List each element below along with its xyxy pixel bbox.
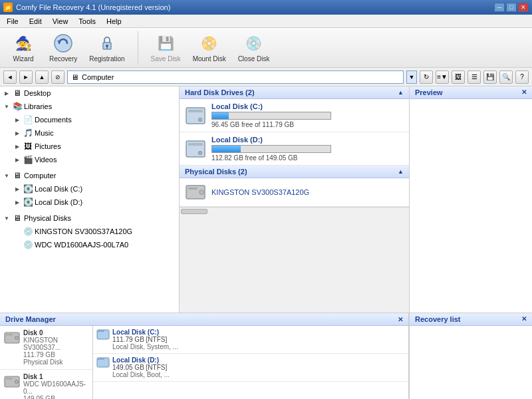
registration-button[interactable]: Registration	[86, 30, 127, 65]
recovery-list-close-btn[interactable]: ✕	[521, 315, 527, 323]
preview-header: Preview ✕	[410, 86, 532, 99]
physical-collapse-btn[interactable]: ▲	[398, 168, 404, 175]
center-hscrollbar[interactable]	[180, 207, 409, 215]
menu-edit[interactable]: Edit	[24, 16, 47, 27]
tree-local-c[interactable]: ▶ 💽 Local Disk (C:)	[0, 182, 179, 196]
recovery-list-header: Recovery list ✕	[410, 313, 532, 326]
registration-label: Registration	[89, 55, 124, 63]
help-icon[interactable]: ?	[515, 70, 529, 84]
arrow-desktop: ▶	[3, 89, 11, 97]
recovery-button[interactable]: Recovery	[47, 30, 80, 65]
partition-d[interactable]: Local Disk (D:) 149.05 GB [NTFS] Local D…	[93, 354, 408, 382]
physical-icon: 🖥	[12, 213, 23, 223]
preview-content	[410, 99, 532, 313]
hdd-section-title: Hard Disk Drives (2)	[185, 88, 255, 96]
tree-kingston[interactable]: 💿 KINGSTON SV300S37A120G	[0, 225, 179, 238]
pictures-label: Pictures	[35, 142, 61, 150]
search-icon[interactable]: 🔍	[499, 70, 513, 84]
address-bar[interactable]: 🖥 Computer	[67, 70, 404, 84]
svg-rect-14	[188, 188, 198, 190]
preview-panel: Preview ✕	[409, 86, 532, 313]
tree-computer[interactable]: ▼ 🖥 Computer	[0, 169, 179, 182]
menu-view[interactable]: View	[47, 16, 74, 27]
list-icon[interactable]: ☰	[467, 70, 481, 84]
address-dropdown[interactable]: ▼	[406, 70, 417, 84]
save-icon[interactable]: 💾	[483, 70, 497, 84]
disk-1-model: WDC WD1600AAJS-0...	[23, 380, 88, 395]
music-icon: 🎵	[23, 128, 33, 138]
tree-documents[interactable]: ▶ 📄 Documents	[0, 113, 179, 126]
arrow-music: ▶	[13, 129, 21, 137]
svg-point-3	[106, 45, 108, 47]
tree-videos[interactable]: ▶ 🎬 Videos	[0, 153, 179, 166]
partition-d-details: 149.05 GB [NTFS]	[112, 364, 170, 371]
tree-music[interactable]: ▶ 🎵 Music	[0, 126, 179, 140]
tree-libraries[interactable]: ▼ 📚 Libraries	[0, 100, 179, 113]
hdd-collapse-btn[interactable]: ▲	[398, 89, 404, 96]
disk-d-bar-container	[211, 145, 331, 153]
wdc-icon: 💿	[23, 239, 33, 250]
kingston-name[interactable]: KINGSTON SV300S37A120G	[211, 188, 404, 196]
libraries-icon: 📚	[12, 101, 23, 112]
wdc-label: WDC WD1600AAJS-00L7A0	[35, 241, 128, 249]
menu-file[interactable]: File	[1, 16, 24, 27]
disk-0-type: Physical Disk	[23, 358, 88, 366]
mount-disk-button[interactable]: 📀 Mount Disk	[190, 30, 229, 65]
documents-label: Documents	[35, 116, 72, 124]
tree-local-d[interactable]: ▶ 💽 Local Disk (D:)	[0, 196, 179, 209]
nav-up[interactable]: ▲	[35, 70, 49, 84]
disk-c-icon	[185, 105, 206, 126]
disk-c-bar-container	[211, 112, 331, 120]
disk-0-model: KINGSTON SV300S37...	[23, 336, 88, 351]
local-disk-c[interactable]: Local Disk (C:) 96.45 GB free of 111.79 …	[180, 99, 409, 132]
local-disk-d[interactable]: Local Disk (D:) 112.82 GB free of 149.05…	[180, 132, 409, 166]
close-disk-button[interactable]: 💿 Close Disk	[235, 30, 273, 65]
thumbnail-icon[interactable]: 🖼	[452, 70, 465, 84]
refresh-icon[interactable]: ↻	[420, 70, 433, 84]
nav-forward[interactable]: ►	[19, 70, 33, 84]
partition-c-info: Local Disk (C:) 111.79 GB [NTFS] Local D…	[112, 329, 178, 350]
menu-help[interactable]: Help	[101, 16, 127, 27]
tree-wdc[interactable]: 💿 WDC WD1600AAJS-00L7A0	[0, 238, 179, 251]
disk-0-info: Disk 0 KINGSTON SV300S37... 111.79 GB Ph…	[23, 329, 88, 366]
tree-desktop[interactable]: ▶ 🖥 Desktop	[0, 86, 179, 100]
partition-d-info: Local Disk (D:) 149.05 GB [NTFS] Local D…	[112, 356, 170, 378]
arrow-wdc	[13, 241, 21, 249]
kingston-disk-item[interactable]: KINGSTON SV300S37A120G	[180, 178, 409, 207]
disk-0[interactable]: Disk 0 KINGSTON SV300S37... 111.79 GB Ph…	[0, 326, 92, 370]
center-area: Hard Disk Drives (2) ▲ Local Disk (C:) 9…	[180, 86, 409, 313]
view-options-icon[interactable]: ≡▼	[436, 70, 449, 84]
save-disk-label: Save Disk	[151, 55, 181, 63]
arrow-documents: ▶	[13, 116, 21, 124]
tree-pictures[interactable]: ▶ 🖼 Pictures	[0, 140, 179, 153]
partition-d-name: Local Disk (D:)	[112, 356, 170, 364]
close-button[interactable]: ✕	[518, 3, 529, 12]
kingston-disk-icon	[185, 182, 206, 203]
minimize-button[interactable]: ─	[494, 3, 505, 12]
close-disk-label: Close Disk	[238, 55, 270, 63]
titlebar: 📁 Comfy File Recovery 4.1 (Unregistered …	[0, 0, 532, 15]
disk-c-size: 96.45 GB free of 111.79 GB	[211, 121, 404, 128]
arrow-physical: ▼	[3, 214, 11, 222]
tree-physical-disks[interactable]: ▼ 🖥 Physical Disks	[0, 211, 179, 225]
wizard-button[interactable]: 🧙 Wizard	[7, 30, 40, 65]
recovery-icon	[53, 33, 74, 54]
file-tree: ▶ 🖥 Desktop ▼ 📚 Libraries ▶ 📄 Documents …	[0, 86, 180, 313]
nav-refresh[interactable]: ⊘	[51, 70, 65, 84]
preview-title: Preview	[415, 88, 443, 96]
maximize-button[interactable]: □	[506, 3, 517, 12]
menu-tools[interactable]: Tools	[73, 16, 101, 27]
close-disk-icon: 💿	[243, 33, 265, 54]
disk-1[interactable]: Disk 1 WDC WD1600AAJS-0... 149.05 GB Phy…	[0, 370, 92, 399]
svg-rect-18	[6, 334, 13, 336]
disk-c-name[interactable]: Local Disk (C:)	[211, 102, 404, 110]
registration-icon	[96, 33, 118, 54]
preview-close-btn[interactable]: ✕	[521, 88, 527, 96]
save-disk-button[interactable]: 💾 Save Disk	[148, 30, 184, 65]
disk-d-name[interactable]: Local Disk (D:)	[211, 136, 404, 144]
computer-icon: 🖥	[12, 170, 23, 181]
partition-c[interactable]: Local Disk (C:) 111.79 GB [NTFS] Local D…	[93, 326, 408, 354]
nav-back[interactable]: ◄	[3, 70, 17, 84]
drive-manager-close-btn[interactable]: ✕	[398, 316, 403, 323]
drive-manager: Drive Manager ✕ Disk	[0, 313, 409, 399]
